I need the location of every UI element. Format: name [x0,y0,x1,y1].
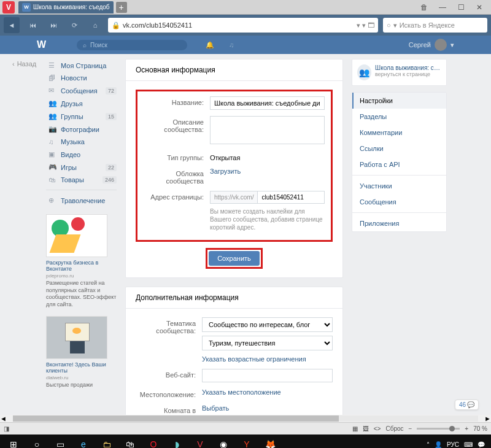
nav-badge: 72 [106,87,117,95]
user-menu[interactable]: Сергей ▾ [409,39,454,51]
zoom-in-button[interactable]: + [465,425,468,432]
avatar [435,39,447,51]
windows-taskbar: ⊞ ○ ▭ e 🗀 🛍 O ◗ V ◉ Y 🦊 ˄ 👤 РУС ⌨ 💬 [0,434,491,448]
float-count-badge[interactable]: 46 💬 [455,400,479,410]
firefox-icon[interactable]: 🦊 [259,436,281,448]
tray-keyboard-icon[interactable]: ⌨ [464,441,473,448]
settings-menu-item[interactable]: Разделы [352,109,446,125]
upload-cover-link[interactable]: Загрузить [210,168,241,175]
promo-title[interactable]: Вконтакте! Здесь Ваши клиенты [46,361,117,374]
vk-search-input[interactable]: ⌕ Поиск [77,40,187,50]
settings-menu-item[interactable]: Комментарии [352,125,446,141]
location-link[interactable]: Указать местоположение [202,388,281,396]
left-nav-item[interactable]: 👥Друзья [46,97,117,110]
name-input[interactable] [210,96,325,110]
nav-item-icon: ✉ [48,87,57,95]
group-type-value: Открытая [210,152,325,161]
website-input[interactable] [202,369,333,382]
label-theme: Тематика сообщества: [136,317,202,363]
search-task-icon[interactable]: ○ [26,436,48,448]
opera-icon[interactable]: O [142,436,164,448]
tray-notification-icon[interactable]: 💬 [477,441,485,448]
vk-header: W ⌕ Поиск 🔔 ♫ Сергей ▾ [0,36,491,54]
home-button[interactable]: ⌂ [87,17,103,33]
left-nav-item[interactable]: ✉Сообщения72 [46,84,117,97]
tray-people-icon[interactable]: 👤 [435,441,442,448]
notifications-icon[interactable]: 🔔 [206,41,214,49]
music-icon[interactable]: ♫ [229,41,234,49]
description-textarea[interactable] [210,116,325,144]
chrome-icon[interactable]: ◉ [212,436,234,448]
save-button[interactable]: Сохранить [209,251,260,266]
vivaldi-logo-icon: V [2,1,15,14]
edge-icon[interactable]: e [72,436,95,448]
search-provider-icon: ○ [387,21,391,29]
tray-lang[interactable]: РУС [447,441,459,448]
panel-toggle-icon[interactable]: ◨ [4,425,9,432]
maximize-button[interactable]: ☐ [452,0,470,15]
nav-item-icon: ⊕ [48,196,57,204]
nav-first-button[interactable]: ⏮ [25,17,41,33]
system-tray[interactable]: ˄ 👤 РУС ⌨ 💬 [427,441,489,448]
url-hint: Вы можете создать наклейки для Вашего со… [210,207,325,231]
vivaldi-task-icon[interactable]: V [189,436,211,448]
close-button[interactable]: ✕ [470,0,489,15]
vk-logo-icon[interactable]: W [37,39,46,50]
explorer-icon[interactable]: 🗀 [96,436,118,448]
age-restrict-link[interactable]: Указать возрастные ограничения [202,355,306,363]
chat-icon: 💬 [467,401,474,408]
tile-icon[interactable]: ▦ [352,425,358,432]
nav-item-label: Игры [61,164,77,171]
taskview-icon[interactable]: ▭ [49,436,71,448]
left-nav-item[interactable]: 📷Фотографии [46,123,117,136]
left-nav-item[interactable]: ☰Моя Страница [46,59,117,72]
zoom-out-button[interactable]: − [409,425,412,432]
browser-titlebar: V W Школа выживания: съедоб + 🗑 — ☐ ✕ [0,0,491,15]
snapster-link[interactable]: Выбрать [202,404,229,412]
start-button[interactable]: ⊞ [2,436,25,448]
left-nav-item[interactable]: ♫Музыка [46,136,117,148]
horizontal-scrollbar[interactable]: ◄► [0,415,491,422]
nav-back-button[interactable]: ◄ [4,17,20,33]
nav-last-button[interactable]: ⏭ [45,17,61,33]
app-icon[interactable]: ◗ [166,436,188,448]
url-input[interactable]: https://vk.com/ club154052411 [210,191,325,204]
store-icon[interactable]: 🛍 [119,436,141,448]
zoom-reset-button[interactable]: Сброс [385,425,403,432]
promo-title[interactable]: Раскрутка бизнеса в Вконтакте [46,260,117,272]
image-toggle-icon[interactable]: 🖼 [363,425,369,432]
yandex-icon[interactable]: Y [236,436,258,448]
left-nav-item[interactable]: 🗐Новости [46,72,117,84]
zoom-slider[interactable] [417,428,460,430]
url-bar[interactable]: 🔒 vk.com/club154052411 ▾ ▾ 🗔 [108,18,378,33]
nav-item-icon: 🛍 [48,176,57,183]
minimize-button[interactable]: — [433,0,452,15]
settings-menu-item[interactable]: Приложения [352,215,446,231]
tray-chevron-icon[interactable]: ˄ [427,441,430,448]
left-nav-item[interactable]: ▣Видео [46,148,117,161]
browser-tab[interactable]: W Школа выживания: съедоб [18,1,114,14]
promo-block[interactable]: Вконтакте! Здесь Ваши клиенты dialweb.ru… [46,316,117,389]
promo-block[interactable]: Раскрутка бизнеса в Вконтакте pdepromo.r… [46,214,117,309]
settings-menu-item[interactable]: Участники [352,178,446,194]
settings-menu-item[interactable]: Настройки [352,93,446,109]
left-nav-item[interactable]: 👥Группы15 [46,110,117,123]
theme-select[interactable]: Сообщество по интересам, блог [202,317,333,332]
settings-menu-item[interactable]: Ссылки [352,141,446,156]
nav-item-label: Группы [61,113,83,120]
settings-menu-item[interactable]: Сообщения [352,194,446,210]
trash-icon[interactable]: 🗑 [415,0,433,15]
subtheme-select[interactable]: Туризм, путешествия [202,336,333,350]
settings-menu-item[interactable]: Работа с API [352,156,446,172]
left-nav-extra[interactable]: ⊕ Траволечение [46,194,117,207]
group-header-card[interactable]: 👥 Школа выживания: съед... вернуться к с… [352,59,447,86]
search-bar[interactable]: ○ ▾ Искать в Яндексе [383,18,487,33]
left-nav-item[interactable]: 🎮Игры22 [46,161,117,174]
new-tab-button[interactable]: + [116,2,127,13]
back-link[interactable]: ‹ Назад [12,60,36,68]
lock-icon: 🔒 [112,21,120,29]
code-icon[interactable]: <> [374,425,381,432]
left-nav-item[interactable]: 🛍Товары246 [46,174,117,186]
reload-button[interactable]: ⟳ [66,17,82,33]
nav-item-label: Фотографии [61,126,99,133]
